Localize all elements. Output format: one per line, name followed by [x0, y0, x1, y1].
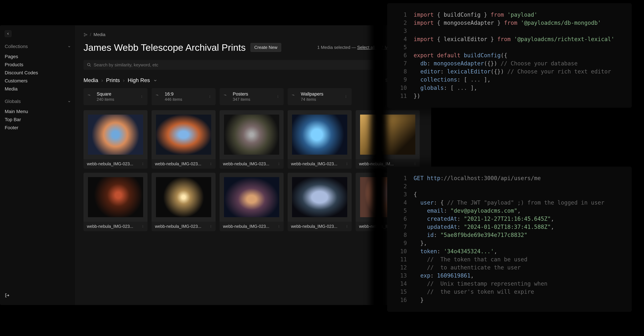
media-card[interactable]: webb-nebula_IMG-023... ⋮ [220, 110, 284, 169]
path-crumb[interactable]: Media [84, 77, 98, 83]
line-number: 4 [397, 35, 407, 43]
globals-header[interactable]: Globals [5, 99, 70, 104]
line-number: 3 [397, 190, 407, 198]
more-icon[interactable]: ⋮ [208, 94, 212, 99]
svg-point-0 [84, 33, 85, 34]
chevron-right-icon: › [101, 77, 103, 83]
tree-icon [84, 33, 88, 37]
code-line: 3 [397, 27, 622, 35]
line-number: 10 [397, 84, 407, 92]
more-icon[interactable]: ⋮ [142, 162, 144, 165]
sidebar-item-main-menu[interactable]: Main Menu [5, 108, 70, 116]
folder-icon [87, 94, 94, 99]
sidebar-item-discount-codes[interactable]: Discount Codes [5, 69, 70, 77]
sidebar-item-customers[interactable]: Customers [5, 77, 70, 85]
more-icon[interactable]: ⋮ [210, 162, 212, 165]
line-number: 8 [397, 231, 407, 239]
code-line: 9 }, [397, 239, 622, 247]
search-input-wrap[interactable] [84, 60, 394, 70]
chevron-down-icon[interactable] [154, 77, 157, 83]
line-number: 3 [397, 27, 407, 35]
media-filename: webb-nebula_IMG-023... [87, 161, 133, 166]
line-number: 9 [397, 239, 407, 247]
path-crumb[interactable]: High Res [128, 77, 150, 83]
code-line: 8 editor: lexicalEditor({}) // Choose yo… [397, 68, 622, 76]
code-line: 3{ [397, 190, 622, 198]
chevron-down-icon [68, 100, 70, 103]
more-icon[interactable]: ⋮ [278, 162, 280, 165]
logout-button[interactable] [5, 291, 70, 300]
media-card[interactable]: webb-nebula_IMG-023... ⋮ [84, 173, 148, 231]
media-thumbnail [288, 110, 352, 159]
code-line: 1import { buildConfig } from 'payload' [397, 11, 622, 19]
line-number: 6 [397, 215, 407, 223]
breadcrumb-sep: / [90, 32, 91, 37]
more-icon[interactable]: ⋮ [344, 94, 348, 99]
code-line: 5 [397, 43, 622, 51]
media-filename: webb-nebula_IMG-023... [291, 161, 337, 166]
more-icon[interactable]: ⋮ [278, 225, 280, 228]
create-new-button[interactable]: Create New [250, 43, 281, 52]
code-line: 2import { mongooseAdapter } from '@paylo… [397, 19, 622, 27]
search-input[interactable] [91, 62, 391, 68]
globals-list: Main MenuTop BarFooter [5, 108, 70, 132]
code-line: 14 // Unix timestamp representing when [397, 280, 622, 288]
sidebar-item-footer[interactable]: Footer [5, 124, 70, 132]
code-line: 12 // to authenticate the user [397, 263, 622, 272]
folder-name: Square [97, 92, 137, 97]
path-crumb[interactable]: Prints [106, 77, 120, 83]
folder-card[interactable]: Square 240 items ⋮ [84, 88, 148, 105]
media-card[interactable]: webb-nebula_IMG-023... ⋮ [152, 173, 216, 231]
folder-count: 347 items [233, 97, 273, 102]
media-card[interactable]: webb-nebula_IMG-023... ⋮ [84, 110, 148, 169]
sidebar-item-products[interactable]: Products [5, 61, 70, 69]
chevron-left-icon [7, 32, 10, 35]
line-number: 12 [397, 263, 407, 272]
sidebar-item-media[interactable]: Media [5, 85, 70, 93]
more-icon[interactable]: ⋮ [140, 94, 144, 99]
line-number: 2 [397, 19, 407, 27]
media-thumbnail [84, 110, 148, 159]
code-line: 7 db: mongooseAdapter({}) // Choose your… [397, 60, 622, 68]
sidebar-item-pages[interactable]: Pages [5, 53, 70, 61]
more-icon[interactable]: ⋮ [346, 225, 348, 228]
more-icon[interactable]: ⋮ [210, 225, 212, 228]
more-icon[interactable]: ⋮ [346, 162, 348, 165]
media-filename: webb-nebula_IMG-023... [291, 224, 337, 229]
folder-icon [291, 94, 298, 99]
media-thumbnail [84, 173, 148, 222]
media-card[interactable]: webb-nebula_IMG-023... ⋮ [288, 110, 352, 169]
sidebar-item-top-bar[interactable]: Top Bar [5, 116, 70, 124]
collections-header[interactable]: Collections [5, 44, 70, 49]
media-thumbnail [288, 173, 352, 222]
code-line: 11 // The token that can be used [397, 255, 622, 263]
code-line: 2 [397, 182, 622, 190]
folder-count: 446 items [165, 97, 205, 102]
more-icon[interactable]: ⋮ [142, 225, 144, 228]
folder-card[interactable]: 16:9 446 items ⋮ [152, 88, 216, 105]
breadcrumb-parent[interactable]: Media [94, 32, 106, 37]
line-number: 7 [397, 223, 407, 231]
more-icon[interactable]: ⋮ [414, 162, 416, 165]
more-icon[interactable]: ⋮ [276, 94, 280, 99]
code-panel-config: 1import { buildConfig } from 'payload'2i… [387, 3, 632, 108]
media-card[interactable]: webb-nebula_IM... ⋮ [356, 110, 420, 169]
back-button[interactable] [5, 30, 12, 37]
media-card[interactable]: webb-nebula_IMG-023... ⋮ [152, 110, 216, 169]
media-card[interactable]: webb-nebula_IMG-023... ⋮ [288, 173, 352, 231]
folder-card[interactable]: Posters 347 items ⋮ [220, 88, 284, 105]
code-line: 10 token: '34o4345324...', [397, 247, 622, 255]
code-line: 16 } [397, 296, 622, 304]
folder-card[interactable]: Wallpapers 74 items ⋮ [288, 88, 352, 105]
code-line: 4import { lexicalEditor } from '@payload… [397, 35, 622, 43]
line-number: 15 [397, 288, 407, 296]
globals-label: Globals [5, 99, 21, 104]
page-title: James Webb Telescope Archival Prints [84, 42, 246, 53]
chevron-down-icon [68, 45, 70, 48]
svg-point-3 [88, 63, 90, 66]
line-number: 7 [397, 60, 407, 68]
collections-label: Collections [5, 44, 28, 49]
media-card[interactable]: webb-nebula_IMG-023... ⋮ [220, 173, 284, 231]
code-line: 11}) [397, 92, 622, 100]
line-number: 11 [397, 92, 407, 100]
